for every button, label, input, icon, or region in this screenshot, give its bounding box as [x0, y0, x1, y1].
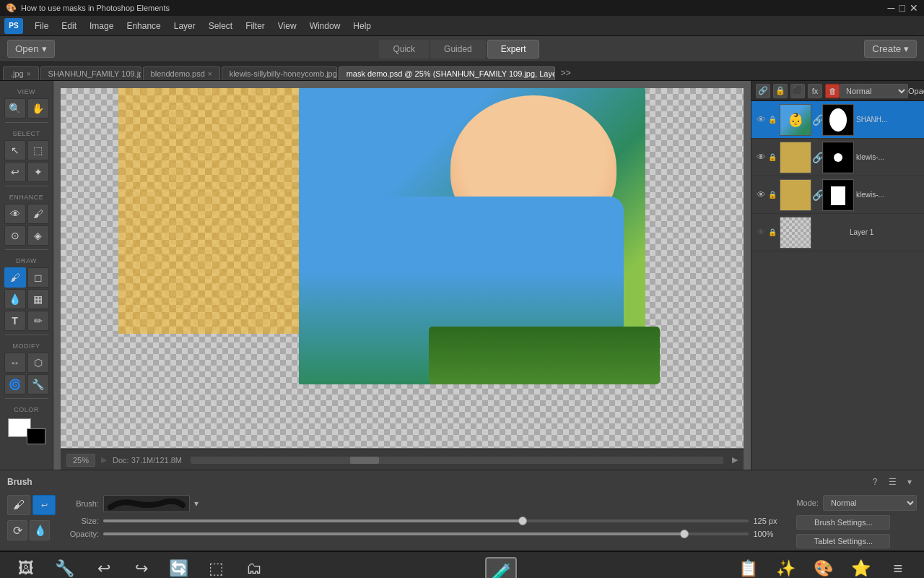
lock-icon-3[interactable]: 🔒: [767, 190, 777, 200]
zoom-level[interactable]: 25%: [66, 454, 95, 467]
custom-shape[interactable]: ✏: [27, 311, 49, 331]
lock-layers-btn[interactable]: 🔒: [773, 84, 788, 98]
layout-button[interactable]: ⬚ Layout: [198, 557, 235, 579]
move-tool[interactable]: ↖: [4, 140, 26, 160]
minimize-button[interactable]: ─: [888, 2, 895, 14]
doc-tab-4[interactable]: klewis-sillybilly-honeycomb.jpg ×: [222, 66, 337, 80]
zoom-tool[interactable]: 🔍: [4, 98, 26, 118]
color-picker[interactable]: [8, 418, 45, 444]
canvas[interactable]: [61, 88, 744, 448]
menu-edit[interactable]: Edit: [56, 19, 82, 33]
more-button[interactable]: ≡ More: [879, 557, 917, 579]
menu-layer[interactable]: Layer: [168, 19, 201, 33]
menu-enhance[interactable]: Enhance: [121, 19, 166, 33]
redo-button[interactable]: ↪ Redo: [123, 557, 160, 579]
doc-tab-1[interactable]: .jpg ×: [3, 66, 39, 80]
maximize-button[interactable]: □: [899, 2, 905, 14]
tab-expert[interactable]: Expert: [487, 40, 540, 59]
hand-tool[interactable]: ✋: [27, 98, 49, 118]
scroll-right[interactable]: ▶: [732, 455, 738, 465]
undo-button[interactable]: ↩ Undo: [85, 557, 123, 579]
tab-guided[interactable]: Guided: [430, 40, 486, 59]
magic-wand[interactable]: ✦: [27, 162, 49, 182]
scroll-thumb[interactable]: [350, 457, 379, 464]
photo-bin-button[interactable]: 🖼 Photo Bin: [7, 557, 45, 579]
text-tool[interactable]: T: [4, 311, 26, 331]
brush-type-smart[interactable]: 💧: [30, 520, 50, 540]
menu-image[interactable]: Image: [84, 19, 119, 33]
lock-icon-4[interactable]: 🔒: [767, 228, 777, 238]
window-controls[interactable]: ─ □ ✕: [888, 2, 918, 14]
eraser-tool[interactable]: ◻: [27, 267, 49, 288]
effects-button[interactable]: ✨ Effects: [767, 557, 804, 579]
brush-help-icon[interactable]: ?: [868, 475, 882, 489]
brush-stroke-preview[interactable]: [103, 495, 190, 512]
fill-layers-btn[interactable]: ⬛: [790, 84, 805, 98]
brush-dropdown-arrow[interactable]: ▾: [194, 499, 199, 509]
red-eye[interactable]: 👁: [4, 204, 26, 224]
menu-help[interactable]: Help: [347, 19, 377, 33]
open-button[interactable]: Open ▾: [7, 40, 55, 58]
background-color[interactable]: [27, 428, 45, 444]
close-tab-3[interactable]: ×: [208, 70, 212, 78]
horizontal-scrollbar[interactable]: [191, 457, 723, 464]
special-tool-button[interactable]: 🧪: [482, 557, 520, 578]
blur-tool[interactable]: ◈: [27, 225, 49, 246]
brush-settings-button[interactable]: Brush Settings...: [796, 515, 890, 530]
brush-type-impressionist[interactable]: ↩: [32, 495, 56, 515]
fx-btn[interactable]: fx: [808, 84, 822, 98]
rotate-button[interactable]: 🔄 Rotate: [160, 557, 198, 579]
size-thumb[interactable]: [518, 517, 527, 525]
heal-brush[interactable]: 🖌: [27, 204, 49, 224]
create-button[interactable]: Create ▾: [864, 40, 917, 58]
opacity-thumb[interactable]: [680, 530, 689, 538]
mode-select[interactable]: Normal Dissolve Behind Clear: [823, 495, 917, 511]
brush-type-color-replacement[interactable]: ⟳: [7, 520, 27, 540]
opacity-slider[interactable]: [103, 532, 749, 535]
tool-options-button[interactable]: 🔧 Tool Options: [45, 557, 85, 579]
close-tab-1[interactable]: ×: [27, 70, 31, 78]
clone-stamp[interactable]: ⊙: [4, 225, 26, 246]
brush-options-icon[interactable]: ☰: [885, 475, 899, 489]
layer-item-3[interactable]: 👁 🔒 🔗 klewis-...: [751, 176, 924, 214]
eye-icon-2[interactable]: 👁: [754, 151, 767, 164]
brush-type-normal[interactable]: 🖌: [7, 495, 30, 515]
eye-icon-4[interactable]: 👁: [754, 226, 767, 239]
lasso-tool[interactable]: ↩: [4, 162, 26, 182]
brush-tool[interactable]: 🖌: [4, 267, 26, 288]
brush-expand-icon[interactable]: ▾: [902, 475, 917, 489]
doc-tab-5[interactable]: mask demo.psd @ 25% (SHANHUN_FAMILY 109.…: [339, 66, 555, 80]
eye-icon-1[interactable]: 👁: [754, 113, 767, 126]
favorites-button[interactable]: ⭐ Favorites: [842, 557, 879, 579]
size-slider[interactable]: [103, 519, 749, 522]
eye-icon-3[interactable]: 👁: [754, 189, 767, 202]
layers-panel-button[interactable]: 📋 Layers: [729, 557, 767, 579]
menu-view[interactable]: View: [272, 19, 302, 33]
menu-file[interactable]: File: [29, 19, 54, 33]
menu-filter[interactable]: Filter: [240, 19, 271, 33]
lock-icon-2[interactable]: 🔒: [767, 152, 777, 163]
doc-tab-2[interactable]: SHANHUN_FAMILY 109.jpg ×: [40, 66, 141, 80]
gradient-tool[interactable]: ▦: [27, 289, 49, 309]
recompose-tool[interactable]: 🌀: [4, 374, 26, 394]
blend-mode-select[interactable]: Normal Dissolve Multiply Screen: [840, 84, 908, 98]
tablet-settings-button[interactable]: Tablet Settings...: [796, 534, 890, 548]
menu-select[interactable]: Select: [203, 19, 238, 33]
link-layers-btn[interactable]: 🔗: [756, 84, 770, 98]
delete-layer-btn[interactable]: 🗑: [825, 84, 840, 98]
marquee-tool[interactable]: ⬚: [27, 140, 49, 160]
layer-item-2[interactable]: 👁 🔒 🔗 klewis-...: [751, 139, 924, 176]
organizer-button[interactable]: 🗂 Organizer: [235, 557, 273, 579]
close-button[interactable]: ✕: [910, 2, 918, 14]
content-move[interactable]: 🔧: [27, 374, 49, 394]
transform-tool[interactable]: ↔: [4, 353, 26, 373]
lock-icon-1[interactable]: 🔒: [767, 115, 777, 125]
layer-item-4[interactable]: 👁 🔒 Layer 1: [751, 214, 924, 251]
menu-window[interactable]: Window: [304, 19, 346, 33]
doc-tab-more[interactable]: >>: [557, 66, 575, 80]
crop-tool[interactable]: ⬡: [27, 353, 49, 373]
fill-tool[interactable]: 💧: [4, 289, 26, 309]
doc-tab-3[interactable]: blenddemo.psd ×: [143, 66, 220, 80]
layer-item-1[interactable]: 👁 🔒 👶 🔗 SHANH...: [751, 101, 924, 139]
graphics-button[interactable]: 🎨 Graphics: [804, 557, 842, 579]
